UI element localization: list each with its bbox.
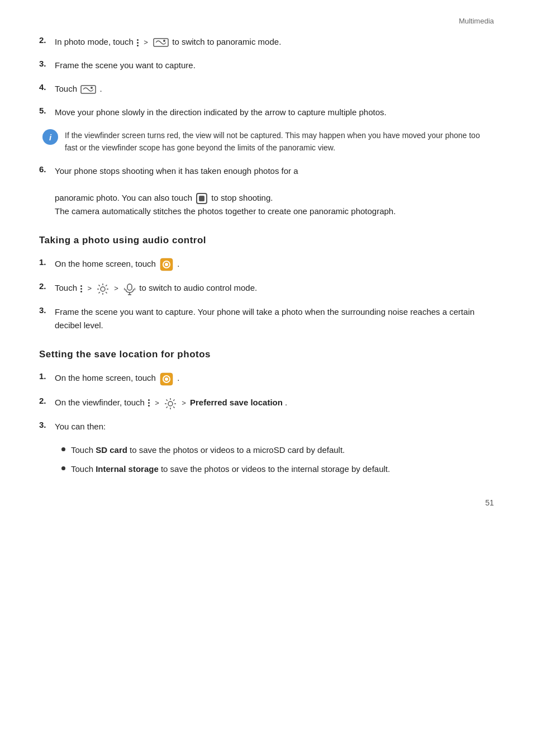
step-text: You can then: (55, 420, 494, 433)
bullet-text: Touch Internal storage to save the photo… (71, 462, 390, 476)
step-number: 2. (39, 396, 55, 405)
step-number: 1. (39, 371, 55, 381)
step-text: On the home screen, touch . (55, 257, 494, 272)
sd-card-label: SD card (96, 445, 127, 455)
step-number: 3. (39, 420, 55, 429)
step-number: 3. (39, 59, 55, 68)
step-text-after: . (99, 84, 102, 93)
camera-app-icon (160, 372, 173, 386)
step-panoramic-3: 3. Frame the scene you want to capture. (39, 59, 494, 72)
step-text: Frame the scene you want to capture. (55, 59, 494, 72)
camera-app-icon (160, 257, 173, 271)
step-text: Touch > > to switch to audio con (55, 281, 494, 295)
step-panoramic-5: 5. Move your phone slowly in the directi… (39, 106, 494, 119)
menu-icon (137, 39, 139, 46)
svg-point-1 (163, 40, 165, 42)
step-number: 6. (39, 164, 55, 174)
step-text: Move your phone slowly in the direction … (55, 106, 494, 119)
arrow-separator: > (114, 284, 118, 292)
step-text: Your phone stops shooting when it has ta… (55, 164, 494, 218)
step-text: In photo mode, touch > to switch to pano… (55, 35, 494, 49)
panoramic-icon (153, 37, 169, 49)
section-save-title: Setting the save location for photos (39, 349, 494, 360)
internal-storage-desc: to save the photos or videos to the inte… (161, 464, 390, 474)
audio-step-2: 2. Touch > > to switch to (39, 281, 494, 295)
svg-point-7 (101, 287, 105, 291)
svg-point-14 (168, 401, 173, 406)
step-number: 3. (39, 305, 55, 315)
internal-storage-label: Internal storage (96, 464, 159, 474)
section-audio-title: Taking a photo using audio control (39, 235, 494, 246)
audio-icon (123, 282, 136, 295)
step-panoramic-4: 4. Touch . (39, 82, 494, 96)
preferred-save-label: Preferred save location (190, 398, 283, 407)
step-text: On the home screen, touch . (55, 371, 494, 386)
step-text-before: Touch (55, 84, 77, 93)
step-text-before: In photo mode, touch (55, 37, 134, 46)
bullet-list: Touch SD card to save the photos or vide… (61, 443, 494, 476)
step-panoramic-6: 6. Your phone stops shooting when it has… (39, 164, 494, 218)
step-number: 4. (39, 82, 55, 92)
save-step-3: 3. You can then: (39, 420, 494, 433)
arrow-separator: > (87, 284, 92, 292)
bullet-dot (61, 466, 65, 470)
svg-point-6 (165, 263, 168, 266)
arrow-separator: > (182, 399, 186, 407)
step-text: Touch . (55, 82, 494, 96)
info-icon: i (42, 129, 58, 145)
sd-card-desc: to save the photos or videos to a microS… (130, 445, 345, 455)
svg-point-3 (91, 87, 93, 89)
step-number: 2. (39, 281, 55, 291)
audio-step-3: 3. Frame the scene you want to capture. … (39, 305, 494, 332)
menu-icon (80, 285, 82, 292)
arrow-separator: > (144, 38, 148, 46)
step-number: 2. (39, 35, 55, 45)
info-note-block: i If the viewfinder screen turns red, th… (39, 129, 494, 154)
step-text: On the viewfinder, touch > > Preferred s… (55, 396, 494, 410)
step-text-after: to switch to panoramic mode. (172, 37, 281, 46)
page-number: 51 (39, 498, 494, 507)
page-header: Multimedia (39, 17, 494, 25)
bullet-dot (61, 447, 65, 451)
svg-rect-8 (127, 284, 132, 290)
info-text: If the viewfinder screen turns red, the … (65, 129, 494, 154)
arrow-separator: > (155, 399, 159, 407)
stop-icon (196, 193, 207, 204)
bullet-item-sdcard: Touch SD card to save the photos or vide… (61, 443, 494, 457)
bullet-text: Touch SD card to save the photos or vide… (71, 443, 345, 457)
step-number: 1. (39, 257, 55, 267)
menu-icon (148, 399, 150, 407)
save-step-1: 1. On the home screen, touch . (39, 371, 494, 386)
save-step-2: 2. On the viewfinder, touch > > Preferre… (39, 396, 494, 410)
settings-icon (164, 396, 177, 410)
step-text: Frame the scene you want to capture. You… (55, 305, 494, 332)
step-panoramic-2: 2. In photo mode, touch > to switch to p… (39, 35, 494, 49)
bullet-item-internal: Touch Internal storage to save the photo… (61, 462, 494, 476)
page-header-label: Multimedia (459, 17, 494, 25)
audio-step-1: 1. On the home screen, touch . (39, 257, 494, 272)
svg-point-13 (165, 377, 168, 381)
settings-icon (97, 282, 109, 295)
step-number: 5. (39, 106, 55, 115)
panoramic-shutter-icon (80, 84, 96, 96)
